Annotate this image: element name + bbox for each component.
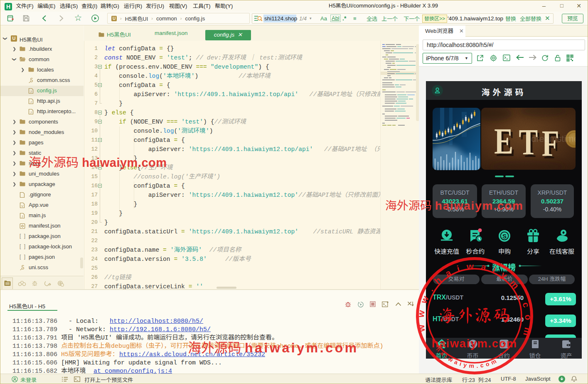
svg-text:海外源码: 海外源码	[438, 306, 511, 324]
svg-text:S: S	[502, 233, 507, 240]
svg-text:J: J	[30, 101, 32, 104]
svg-text:V: V	[21, 205, 23, 208]
svg-text:J: J	[30, 90, 32, 93]
svg-text:haiwaiym.com: haiwaiym.com	[432, 337, 517, 350]
svg-text:E: E	[494, 121, 513, 161]
svg-text:dreamstime: dreamstime	[531, 134, 576, 144]
svg-text:J: J	[22, 215, 23, 218]
svg-text:J: J	[30, 111, 32, 114]
svg-text:w w w . h a i w a i y m . c o: w w w . h a i w a i y m . c o m	[416, 261, 534, 339]
